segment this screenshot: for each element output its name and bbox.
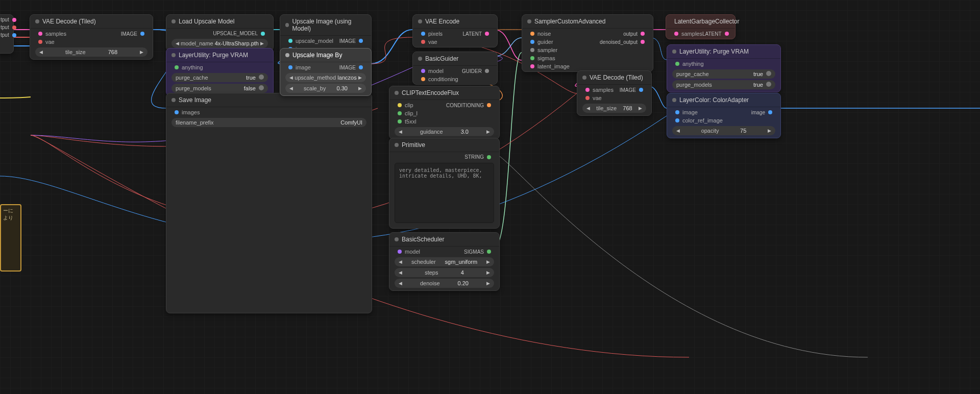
output-image: image: [751, 110, 765, 115]
input-guider: guider: [537, 39, 553, 45]
output-label: tput: [1, 17, 9, 22]
node-basic-guider[interactable]: BasicGuider modelGUIDER conditioning: [412, 52, 498, 85]
output-denoised: denoised_output: [600, 39, 638, 45]
input-t5xxl: t5xxl: [405, 118, 416, 125]
output-label: tput: [1, 24, 9, 30]
input-clip-l: clip_l: [405, 110, 418, 116]
input-image: image: [682, 109, 698, 115]
input-samples: samples: [593, 87, 614, 93]
node-title: Load Upscale Model: [179, 18, 234, 25]
widget-upscale-method[interactable]: ◀upscale_methodlanczos▶: [285, 73, 366, 82]
input-latent-image: latent_image: [537, 63, 570, 69]
input-anything: anything: [182, 64, 203, 70]
node-title: Primitive: [402, 141, 425, 149]
node-title: SamplerCustomAdvanced: [534, 18, 605, 25]
output-image: IMAGE: [620, 87, 636, 93]
input-upscale-model: upscale_model: [296, 38, 333, 44]
output-string: STRING: [464, 154, 484, 160]
input-model: model: [428, 68, 444, 74]
input-vae: vae: [593, 95, 602, 101]
input-samples: samples: [681, 31, 702, 37]
node-title: LayerColor: ColorAdapter: [679, 96, 749, 104]
output-sigmas: SIGMAS: [464, 249, 484, 255]
widget-tile-size[interactable]: ◀tile_size768▶: [582, 104, 646, 113]
output-label: tput: [1, 32, 9, 38]
node-title: LayerUtility: Purge VRAM: [179, 52, 248, 59]
node-basic-scheduler[interactable]: BasicScheduler modelSIGMAS ◀schedulersgm…: [389, 232, 500, 291]
widget-purge-models[interactable]: purge_modelstrue: [672, 80, 775, 89]
widget-filename-prefix[interactable]: filename_prefixComfyUI: [172, 118, 366, 127]
output-image: IMAGE: [121, 31, 137, 37]
node-title: BasicScheduler: [402, 236, 444, 243]
node-sampler-custom-advanced[interactable]: SamplerCustomAdvanced noiseoutput guider…: [522, 14, 653, 72]
node-latent-gc[interactable]: LatentGarbageCollector samplesLATENT: [666, 14, 736, 39]
node-primitive[interactable]: Primitive STRING very detailed, masterpi…: [389, 138, 500, 229]
output-image: IMAGE: [339, 38, 356, 44]
widget-tile-size[interactable]: ◀tile_size768▶: [35, 47, 148, 57]
primitive-textarea[interactable]: very detailed, masterpiece, intricate de…: [395, 163, 494, 223]
input-noise: noise: [537, 31, 551, 37]
node-title: VAE Decode (Tiled): [42, 18, 96, 25]
node-color-adapter[interactable]: LayerColor: ColorAdapter imageimage colo…: [667, 93, 781, 138]
output-image: IMAGE: [339, 65, 356, 70]
widget-scale-by[interactable]: ◀scale_by0.30▶: [285, 84, 366, 93]
node-title: VAE Decode (Tiled): [590, 74, 643, 81]
node-vae-encode[interactable]: VAE Encode pixelsLATENT vae: [412, 14, 498, 47]
node-clip-text-encode-flux[interactable]: CLIPTextEncodeFlux clipCONDITIONING clip…: [389, 86, 500, 139]
widget-guidance[interactable]: ◀guidance3.0▶: [395, 127, 494, 136]
input-sampler: sampler: [537, 47, 557, 53]
output-output: output: [623, 31, 638, 37]
node-save-image[interactable]: Save Image images filename_prefixComfyUI: [166, 93, 372, 313]
node-load-upscale-model[interactable]: Load Upscale Model UPSCALE_MODEL ◀model_…: [166, 14, 274, 51]
output-latent: LATENT: [462, 31, 482, 37]
input-conditioning: conditioning: [428, 76, 458, 82]
widget-purge-models[interactable]: purge_modelsfalse: [172, 84, 268, 93]
input-images: images: [182, 109, 200, 115]
node-title: BasicGuider: [425, 55, 458, 62]
node-title: Upscale Image (using Model): [292, 18, 366, 32]
widget-purge-cache[interactable]: purge_cachetrue: [172, 73, 268, 82]
node-purge-vram-1[interactable]: LayerUtility: Purge VRAM anything purge_…: [166, 48, 274, 96]
note-box: ーに より: [0, 204, 21, 272]
input-vae: vae: [45, 39, 55, 45]
widget-denoise[interactable]: ◀denoise0.20▶: [395, 279, 494, 288]
input-image: image: [296, 64, 311, 70]
output-latent: LATENT: [702, 31, 722, 37]
widget-purge-cache[interactable]: purge_cachetrue: [672, 69, 775, 79]
node-purge-vram-2[interactable]: LayerUtility: Purge VRAM anything purge_…: [667, 44, 781, 92]
input-sigmas: sigmas: [537, 55, 555, 61]
input-model: model: [405, 249, 420, 255]
input-samples: samples: [45, 31, 66, 37]
input-vae: vae: [428, 39, 437, 45]
widget-scheduler[interactable]: ◀schedulersgm_uniform▶: [395, 257, 494, 266]
input-clip: clip: [405, 102, 413, 108]
node-upscale-image-by[interactable]: Upscale Image By imageIMAGE ◀upscale_met…: [280, 48, 372, 96]
output-conditioning: CONDITIONING: [446, 103, 484, 108]
node-title: CLIPTextEncodeFlux: [402, 89, 459, 96]
node-vae-decode-tiled[interactable]: VAE Decode (Tiled) samplesIMAGE vae ◀til…: [30, 14, 153, 60]
node-title: LayerUtility: Purge VRAM: [679, 48, 749, 55]
node-title: VAE Encode: [425, 18, 459, 25]
node-partial-left[interactable]: tput tput tput: [0, 14, 14, 54]
widget-model-name[interactable]: ◀model_name4x-UltraSharp.pth▶: [172, 39, 268, 48]
input-anything: anything: [682, 61, 704, 67]
node-title: Upscale Image By: [292, 52, 342, 59]
output-guider: GUIDER: [462, 68, 482, 74]
input-color-ref-image: color_ref_image: [682, 117, 723, 124]
node-title: LatentGarbageCollector: [674, 18, 739, 25]
widget-opacity[interactable]: ◀opacity75▶: [672, 126, 775, 135]
widget-steps[interactable]: ◀steps4▶: [395, 268, 494, 277]
output-upscale-model: UPSCALE_MODEL: [213, 31, 258, 36]
input-pixels: pixels: [428, 31, 443, 37]
node-title: Save Image: [179, 96, 211, 104]
node-vae-decode-tiled-2[interactable]: VAE Decode (Tiled) samplesIMAGE vae ◀til…: [577, 70, 652, 116]
